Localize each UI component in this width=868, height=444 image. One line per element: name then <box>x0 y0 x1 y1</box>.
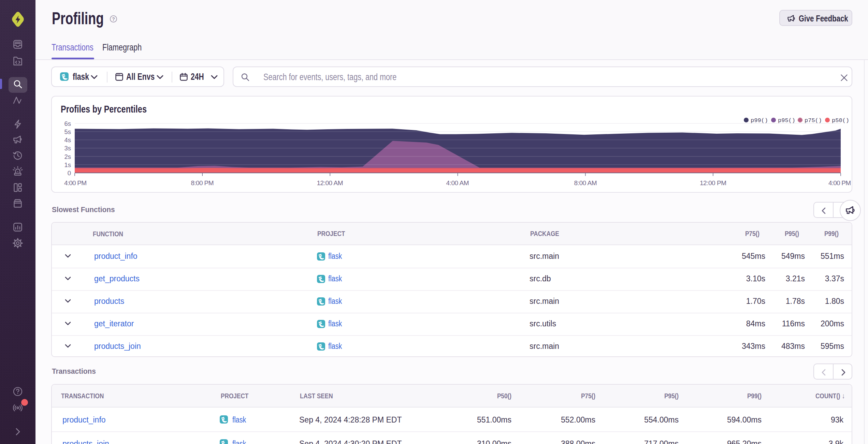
svg-text:4:00 AM: 4:00 AM <box>446 179 469 187</box>
svg-text:8:00 PM: 8:00 PM <box>191 179 214 187</box>
svg-text:1s: 1s <box>64 161 71 168</box>
svg-text:12:00 AM: 12:00 AM <box>317 179 343 187</box>
svg-text:4:00 PM: 4:00 PM <box>828 179 851 187</box>
svg-text:3s: 3s <box>64 145 71 152</box>
svg-text:4s: 4s <box>64 136 71 144</box>
svg-text:12:00 PM: 12:00 PM <box>700 179 726 187</box>
svg-text:2s: 2s <box>64 153 71 160</box>
svg-text:0: 0 <box>68 169 71 177</box>
svg-text:8:00 AM: 8:00 AM <box>574 179 597 187</box>
svg-text:6s: 6s <box>64 120 71 127</box>
svg-text:4:00 PM: 4:00 PM <box>64 179 87 187</box>
svg-text:5s: 5s <box>64 128 71 135</box>
